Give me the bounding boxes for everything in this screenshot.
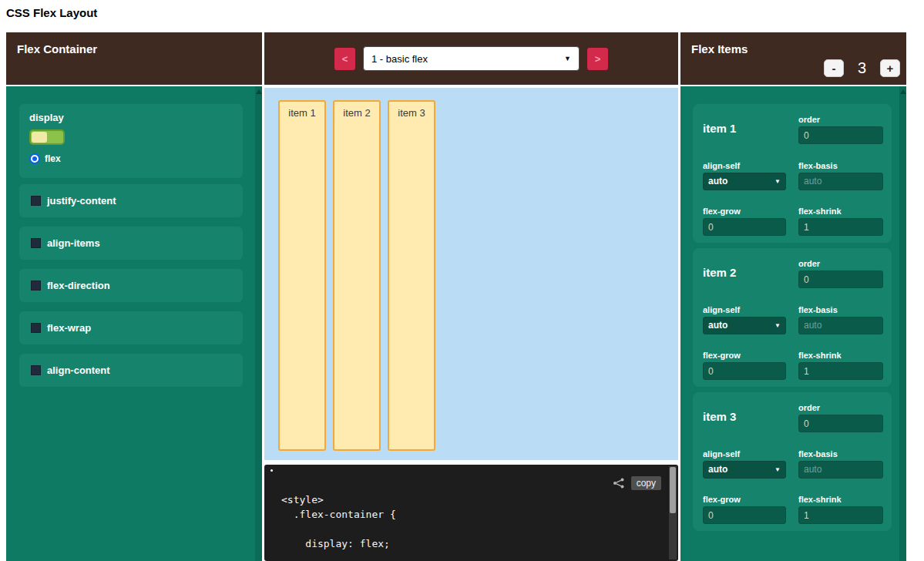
code-block: <style> .flex-container { display: flex; — [281, 492, 396, 551]
item-count-controls: - 3 + — [824, 59, 900, 77]
code-line: <style> — [281, 492, 396, 507]
item-title: item 3 — [703, 410, 786, 423]
item-title-cell: item 2 — [703, 259, 786, 295]
flex-shrink-field: flex-shrink — [798, 351, 883, 387]
remove-item-button[interactable]: - — [824, 59, 844, 77]
order-label: order — [798, 403, 883, 412]
example-select-value: 1 - basic flex — [371, 53, 428, 65]
flex-shrink-field: flex-shrink — [798, 207, 883, 243]
flex-grow-input[interactable] — [703, 218, 786, 236]
flex-items-body: item 1 order align-self auto ▼ flex-basi… — [680, 86, 906, 561]
property-label: flex-wrap — [47, 322, 91, 334]
copy-button[interactable]: copy — [631, 476, 661, 490]
chevron-down-icon: ▼ — [564, 55, 571, 62]
order-field: order — [798, 259, 883, 295]
align-self-field: align-self auto ▼ — [703, 305, 786, 341]
flex-basis-label: flex-basis — [798, 449, 883, 459]
align-self-select[interactable]: auto ▼ — [703, 461, 786, 479]
code-toolbar: copy — [613, 476, 661, 490]
add-item-button[interactable]: + — [880, 59, 900, 77]
align-self-value: auto — [708, 176, 727, 186]
flex-shrink-input[interactable] — [798, 362, 883, 380]
align-items-checkbox[interactable] — [31, 238, 41, 248]
flex-basis-input[interactable] — [798, 317, 883, 334]
align-self-field: align-self auto ▼ — [703, 161, 786, 197]
flex-grow-label: flex-grow — [703, 207, 786, 216]
flex-shrink-input[interactable] — [798, 506, 883, 524]
chevron-down-icon: ▼ — [774, 178, 781, 185]
flex-direction-checkbox[interactable] — [31, 280, 41, 291]
order-input[interactable] — [798, 126, 883, 144]
flex-item-card-3: item 3 order align-self auto ▼ flex-basi… — [693, 392, 892, 531]
flex-grow-field: flex-grow — [703, 207, 786, 243]
flex-basis-input[interactable] — [798, 461, 883, 479]
right-panel-scrollbar[interactable] — [899, 86, 906, 561]
toggle-knob-icon — [32, 132, 47, 143]
align-self-label: align-self — [703, 161, 786, 170]
example-nav-bar: < 1 - basic flex ▼ > — [264, 32, 678, 85]
item-title: item 1 — [703, 122, 786, 135]
code-line: display: flex; — [281, 536, 396, 551]
align-self-value: auto — [708, 464, 727, 475]
prev-example-button[interactable]: < — [334, 48, 355, 70]
flex-radio[interactable] — [29, 153, 40, 164]
property-card-align-content: align-content — [19, 354, 243, 387]
flex-grow-input[interactable] — [703, 362, 786, 380]
flex-basis-input[interactable] — [798, 173, 883, 190]
property-label: align-items — [47, 237, 100, 249]
align-self-label: align-self — [703, 305, 786, 314]
share-icon[interactable] — [613, 478, 625, 489]
flex-shrink-input[interactable] — [798, 218, 883, 236]
preview-item-2: item 2 — [333, 100, 381, 451]
justify-content-checkbox[interactable] — [31, 196, 41, 206]
property-card-flex-wrap: flex-wrap — [19, 311, 243, 344]
align-self-select[interactable]: auto ▼ — [703, 173, 786, 190]
preview-item-3: item 3 — [388, 100, 435, 451]
flex-grow-input[interactable] — [703, 506, 786, 524]
flex-container-body: display flex justify-content align-items… — [6, 86, 262, 561]
preview-column: < 1 - basic flex ▼ > item 1 item 2 item … — [264, 32, 678, 561]
flex-wrap-checkbox[interactable] — [31, 323, 41, 333]
scroll-up-icon[interactable] — [900, 89, 906, 94]
code-panel: copy <style> .flex-container { display: … — [264, 465, 678, 561]
example-select[interactable]: 1 - basic flex ▼ — [363, 46, 580, 71]
flex-shrink-label: flex-shrink — [798, 207, 883, 216]
flex-preview-container: item 1 item 2 item 3 — [264, 88, 678, 460]
code-line: .flex-container { — [281, 507, 396, 522]
display-toggle[interactable] — [29, 129, 65, 145]
flex-container-title: Flex Container — [17, 42, 97, 55]
flex-grow-label: flex-grow — [703, 495, 786, 504]
flex-radio-label: flex — [45, 153, 61, 164]
flex-shrink-field: flex-shrink — [798, 495, 883, 531]
property-card-flex-direction: flex-direction — [19, 269, 243, 302]
flex-basis-field: flex-basis — [798, 449, 883, 485]
property-label: justify-content — [47, 195, 116, 207]
preview-item-1: item 1 — [278, 100, 326, 451]
code-scrollbar-thumb[interactable] — [670, 467, 676, 513]
flex-shrink-label: flex-shrink — [798, 495, 883, 504]
code-scrollbar[interactable] — [669, 466, 677, 559]
flex-items-panel: Flex Items - 3 + item 1 order align-self… — [680, 32, 906, 561]
scroll-up-icon[interactable] — [256, 89, 262, 94]
order-input[interactable] — [798, 270, 883, 288]
flex-basis-label: flex-basis — [798, 305, 883, 314]
order-input[interactable] — [798, 415, 883, 432]
left-panel-scrollbar[interactable] — [255, 86, 262, 561]
flex-container-panel: Flex Container display flex justify-cont… — [6, 32, 262, 561]
display-label: display — [29, 112, 233, 123]
order-field: order — [798, 115, 883, 151]
order-field: order — [798, 403, 883, 439]
flex-items-title: Flex Items — [691, 42, 748, 55]
item-title-cell: item 3 — [703, 403, 786, 439]
property-card-align-items: align-items — [19, 227, 243, 260]
item-title-cell: item 1 — [703, 115, 786, 151]
flex-grow-field: flex-grow — [703, 495, 786, 531]
chevron-down-icon: ▼ — [774, 466, 781, 473]
align-self-field: align-self auto ▼ — [703, 449, 786, 485]
code-line — [281, 522, 396, 536]
align-content-checkbox[interactable] — [31, 365, 41, 375]
align-self-select[interactable]: auto ▼ — [703, 317, 786, 334]
flex-item-card-1: item 1 order align-self auto ▼ flex-basi… — [693, 104, 892, 243]
item-count: 3 — [858, 59, 866, 77]
next-example-button[interactable]: > — [587, 48, 608, 70]
